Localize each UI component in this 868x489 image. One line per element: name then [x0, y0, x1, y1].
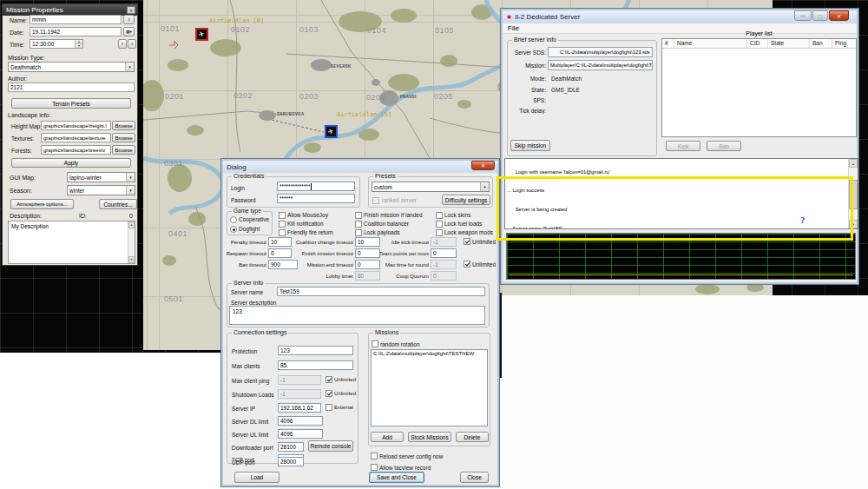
- login-input[interactable]: **************: [277, 182, 355, 191]
- dialog-titlebar[interactable]: Dialog: [223, 161, 497, 173]
- udp-port-input[interactable]: 28000: [278, 457, 304, 466]
- maximize-icon[interactable]: ▢: [812, 10, 828, 21]
- height-map-input[interactable]: graphics\landscape\height.l: [41, 121, 111, 130]
- max-time-unlimited-checkbox[interactable]: [464, 261, 470, 268]
- max-ping-unlimited-checkbox[interactable]: [326, 376, 332, 383]
- airfield-marker-blue[interactable]: ✈: [325, 125, 338, 138]
- name-input[interactable]: mmm: [30, 15, 122, 24]
- finish-mission-if-landed-checkbox[interactable]: [355, 212, 362, 219]
- server-dl-limit-input[interactable]: 4096: [278, 416, 323, 426]
- mission-end-timeout-input[interactable]: 0: [355, 260, 380, 269]
- time-next-button[interactable]: ›: [128, 39, 136, 49]
- server-ul-limit-input[interactable]: 4096: [278, 429, 323, 439]
- lock-payloads-checkbox[interactable]: [355, 229, 362, 236]
- calendar-dropdown-icon[interactable]: ▦▾: [123, 27, 135, 36]
- load-button[interactable]: Load: [234, 472, 279, 483]
- player-list[interactable]: # Name CID State Ban Ping: [661, 38, 857, 137]
- coalition-balancer-checkbox[interactable]: [355, 221, 362, 228]
- reload-server-config-checkbox[interactable]: [371, 453, 378, 459]
- author-input[interactable]: 2121: [8, 83, 135, 92]
- textures-browse-button[interactable]: Browse: [112, 133, 135, 142]
- delete-button[interactable]: Delete: [456, 432, 489, 442]
- shutdown-unlimited-checkbox[interactable]: [326, 390, 332, 397]
- downloader-port-input[interactable]: 28100: [278, 442, 304, 452]
- name-more-button[interactable]: ›: [123, 15, 135, 24]
- time-prev-button[interactable]: ‹: [118, 39, 127, 49]
- coalition-change-timeout-input[interactable]: 10: [355, 237, 380, 247]
- chevron-down-icon[interactable]: ▾: [126, 186, 135, 195]
- menu-file[interactable]: File: [503, 24, 524, 32]
- atmosphere-options-button[interactable]: Atmosphere options...: [10, 199, 74, 209]
- log-scrollbar[interactable]: ▲ ▼: [848, 159, 858, 228]
- countries-button[interactable]: Countries...: [99, 199, 137, 209]
- friendly-fire-return-checkbox[interactable]: [279, 229, 286, 236]
- scroll-down-icon[interactable]: ▼: [849, 220, 858, 228]
- skip-mission-button[interactable]: Skip mission: [510, 140, 550, 151]
- date-input[interactable]: 19.11.1942: [30, 27, 122, 36]
- apply-button[interactable]: Apply: [11, 158, 131, 168]
- column-header[interactable]: #: [662, 39, 674, 48]
- idle-kick-unlimited-checkbox[interactable]: [464, 238, 470, 245]
- column-header[interactable]: Name: [674, 39, 747, 48]
- column-header[interactable]: Ban: [810, 39, 832, 48]
- close-icon[interactable]: ✕: [127, 6, 135, 14]
- lock-weapon-mods-checkbox[interactable]: [436, 229, 443, 236]
- close-icon[interactable]: ✕: [829, 10, 849, 21]
- close-icon[interactable]: ✕: [471, 161, 495, 170]
- server-log[interactable]: Login with username 'falcon=01@gmail.ru'…: [504, 158, 858, 229]
- scroll-down-icon[interactable]: ▼: [128, 256, 135, 263]
- chevron-down-icon[interactable]: ▾: [480, 182, 489, 191]
- column-header[interactable]: Ping: [832, 39, 856, 48]
- protection-input[interactable]: 123: [278, 346, 353, 355]
- kill-notification-checkbox[interactable]: [279, 221, 286, 228]
- lock-fuel-loads-checkbox[interactable]: [436, 221, 443, 228]
- save-and-close-button[interactable]: Save and Close: [369, 472, 424, 483]
- scrollbar-thumb[interactable]: [849, 180, 858, 209]
- spin-down-icon[interactable]: ▼: [76, 44, 82, 49]
- dogfight-radio[interactable]: [230, 226, 237, 233]
- server-name-input[interactable]: Test159: [277, 287, 485, 296]
- mission-type-select[interactable]: Deathmatch ▾: [8, 62, 135, 72]
- mission-list-item[interactable]: C:\IL-2\data\multiplayer\dogfight\TESTNE…: [373, 351, 474, 356]
- max-clients-input[interactable]: 85: [278, 360, 353, 370]
- random-rotation-checkbox[interactable]: [372, 340, 378, 347]
- scroll-up-icon[interactable]: ▲: [128, 221, 135, 228]
- description-textarea[interactable]: My Description ▲ ▼: [8, 221, 135, 264]
- server-description-textarea[interactable]: 123: [229, 306, 485, 325]
- description-scrollbar[interactable]: ▲ ▼: [128, 221, 135, 263]
- airfield-marker-red[interactable]: ✈: [195, 28, 208, 41]
- forests-input[interactable]: graphics\landscape\trees\v: [41, 145, 111, 155]
- column-header[interactable]: State: [768, 39, 810, 48]
- stock-missions-button[interactable]: Stock Missions: [408, 432, 451, 442]
- allow-mousejoy-checkbox[interactable]: [279, 212, 286, 219]
- remote-console-button[interactable]: Remote console: [308, 440, 353, 452]
- close-button[interactable]: Close: [460, 472, 489, 483]
- terrain-presets-button[interactable]: Terrain Presets: [11, 98, 131, 109]
- missions-list[interactable]: C:\IL-2\data\multiplayer\dogfight\TESTNE…: [371, 349, 488, 426]
- penalty-timeout-input[interactable]: 10: [268, 237, 292, 247]
- external-checkbox[interactable]: [326, 404, 332, 411]
- finish-mission-timeout-input[interactable]: 0: [355, 248, 380, 258]
- forests-browse-button[interactable]: Browse: [112, 145, 135, 155]
- lock-skins-checkbox[interactable]: [436, 212, 443, 219]
- chevron-down-icon[interactable]: ▾: [125, 63, 134, 71]
- add-button[interactable]: Add: [371, 432, 404, 442]
- height-map-browse-button[interactable]: Browse: [112, 121, 135, 130]
- difficulty-settings-button[interactable]: Difficulty settings: [442, 195, 490, 205]
- season-select[interactable]: winter ▾: [67, 185, 135, 195]
- gui-map-select[interactable]: lapino-winter ▾: [67, 172, 135, 182]
- team-points-input[interactable]: 0: [431, 248, 457, 258]
- column-header[interactable]: CID: [747, 39, 768, 48]
- time-spinner[interactable]: ▲ ▼: [75, 40, 82, 48]
- allow-tacview-checkbox[interactable]: [371, 464, 378, 471]
- cooperative-radio[interactable]: [230, 216, 237, 223]
- textures-input[interactable]: graphics\landscape\texture: [41, 133, 111, 142]
- presets-select[interactable]: custom ▾: [372, 182, 490, 192]
- time-input[interactable]: 12:30:00 ▲ ▼: [30, 39, 83, 49]
- scroll-up-icon[interactable]: ▲: [849, 159, 858, 168]
- respawn-timeout-input[interactable]: 0: [268, 248, 292, 258]
- minimize-icon[interactable]: —: [794, 10, 812, 21]
- server-ip-input[interactable]: 192.168.1.62: [278, 403, 321, 413]
- chevron-down-icon[interactable]: ▾: [126, 173, 135, 182]
- password-input[interactable]: ******: [277, 194, 355, 203]
